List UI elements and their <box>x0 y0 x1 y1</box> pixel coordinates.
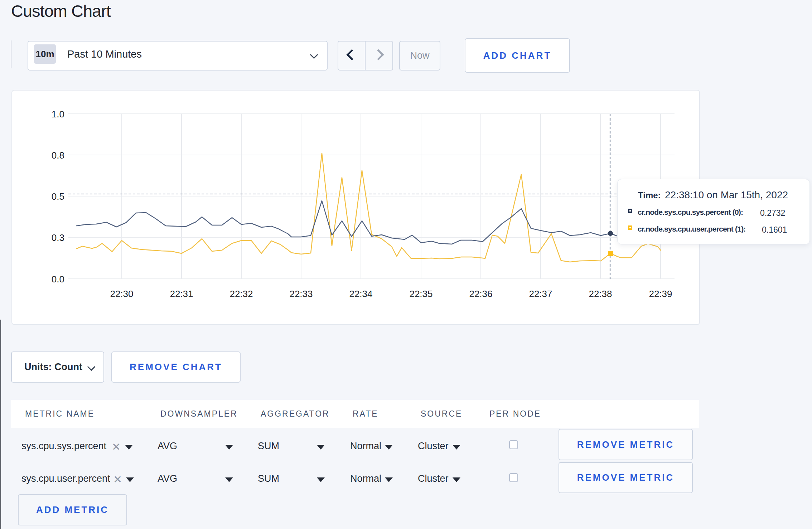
svg-text:22:37: 22:37 <box>529 288 552 299</box>
svg-text:22:35: 22:35 <box>409 288 432 299</box>
svg-text:22:36: 22:36 <box>469 288 492 299</box>
svg-text:0.8: 0.8 <box>52 150 64 161</box>
svg-text:22:34: 22:34 <box>349 288 372 299</box>
svg-text:22:30: 22:30 <box>110 288 133 299</box>
svg-text:0.3: 0.3 <box>52 232 64 243</box>
svg-text:22:38: 22:38 <box>589 288 612 299</box>
svg-text:22:32: 22:32 <box>229 288 253 299</box>
svg-text:0.0: 0.0 <box>52 274 64 285</box>
svg-text:22:33: 22:33 <box>289 288 313 299</box>
svg-text:0.5: 0.5 <box>52 191 64 202</box>
svg-text:22:31: 22:31 <box>170 288 193 299</box>
svg-text:1.0: 1.0 <box>52 109 64 120</box>
svg-text:22:39: 22:39 <box>649 288 672 299</box>
